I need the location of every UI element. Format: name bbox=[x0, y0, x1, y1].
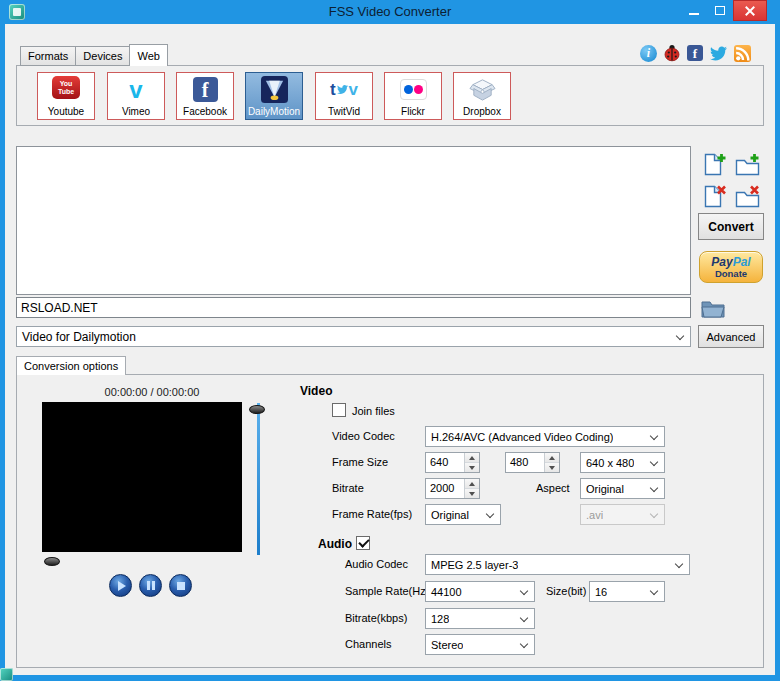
twitter-link-icon[interactable] bbox=[709, 45, 728, 62]
join-files-label: Join files bbox=[352, 405, 395, 417]
sample-rate-select[interactable]: 44100 bbox=[425, 581, 535, 602]
audio-bitrate-select[interactable]: 128 bbox=[425, 608, 535, 629]
chevron-down-icon bbox=[650, 510, 658, 518]
remove-file-button[interactable] bbox=[701, 183, 728, 210]
audio-bitrate-label: Bitrate(kbps) bbox=[345, 612, 407, 624]
close-icon bbox=[744, 5, 756, 17]
frame-rate-label: Frame Rate(fps) bbox=[332, 508, 412, 520]
minimize-button[interactable] bbox=[681, 0, 706, 21]
audio-section-header: Audio bbox=[318, 537, 352, 551]
sample-rate-label: Sample Rate(Hz) bbox=[345, 585, 429, 597]
seek-slider-track[interactable] bbox=[257, 403, 260, 555]
rss-icon[interactable] bbox=[734, 45, 751, 62]
spinner-buttons bbox=[464, 453, 479, 472]
tab-devices[interactable]: Devices bbox=[75, 46, 130, 66]
add-folder-button[interactable] bbox=[734, 151, 761, 178]
spin-up-icon[interactable] bbox=[545, 453, 559, 463]
profile-value: Video for Dailymotion bbox=[17, 330, 136, 344]
browse-output-folder-button[interactable] bbox=[700, 295, 726, 321]
stop-button[interactable] bbox=[169, 574, 192, 597]
service-button-dropbox[interactable]: Dropbox bbox=[453, 72, 511, 120]
seek-slider-knob[interactable] bbox=[249, 405, 265, 414]
frame-size-label: Frame Size bbox=[332, 456, 388, 468]
size-bit-value: 16 bbox=[590, 586, 607, 598]
frame-width-spinner[interactable]: 640 bbox=[425, 452, 480, 473]
window-title: FSS Video Converter bbox=[0, 4, 780, 19]
spin-up-icon[interactable] bbox=[465, 453, 479, 463]
chevron-down-icon bbox=[650, 587, 658, 595]
vimeo-icon: v bbox=[129, 76, 142, 103]
chevron-down-icon bbox=[486, 510, 494, 518]
container-value: .avi bbox=[581, 509, 603, 521]
paypal-logo: PayPal bbox=[711, 256, 750, 268]
spin-down-icon[interactable] bbox=[545, 463, 559, 472]
youtube-icon-text: You bbox=[60, 80, 73, 88]
size-bit-select[interactable]: 16 bbox=[589, 581, 665, 602]
frame-height-spinner[interactable]: 480 bbox=[505, 452, 560, 473]
position-slider-knob[interactable] bbox=[44, 557, 60, 566]
info-icon[interactable]: i bbox=[640, 45, 657, 62]
chevron-down-icon bbox=[520, 614, 528, 622]
profile-select[interactable]: Video for Dailymotion bbox=[16, 326, 691, 347]
tab-conversion-options[interactable]: Conversion options bbox=[16, 356, 126, 375]
service-button-vimeo[interactable]: v Vimeo bbox=[107, 72, 165, 120]
paypal-donate-button[interactable]: PayPal Donate bbox=[699, 251, 763, 283]
titlebar[interactable]: FSS Video Converter bbox=[0, 0, 780, 24]
file-list[interactable] bbox=[16, 146, 691, 295]
ladybug-icon[interactable] bbox=[663, 44, 681, 62]
frame-preset-select[interactable]: 640 x 480 bbox=[580, 452, 665, 473]
video-bitrate-value: 2000 bbox=[426, 479, 464, 498]
frame-height-value: 480 bbox=[506, 453, 544, 472]
facebook-link-icon[interactable]: f bbox=[687, 45, 703, 61]
audio-codec-select[interactable]: MPEG 2.5 layer-3 bbox=[425, 554, 690, 575]
youtube-icon-text: Tube bbox=[58, 88, 74, 96]
advanced-button[interactable]: Advanced bbox=[698, 325, 764, 348]
frame-rate-value: Original bbox=[426, 509, 469, 521]
remove-folder-button[interactable] bbox=[734, 183, 761, 210]
service-label: Flickr bbox=[401, 106, 425, 117]
channels-label: Channels bbox=[345, 638, 391, 650]
tab-formats[interactable]: Formats bbox=[20, 46, 76, 66]
video-codec-select[interactable]: H.264/AVC (Advanced Video Coding) bbox=[425, 426, 665, 447]
video-bitrate-label: Bitrate bbox=[332, 482, 364, 494]
sample-rate-value: 44100 bbox=[426, 586, 462, 598]
service-button-twitvid[interactable]: t v TwitVid bbox=[315, 72, 373, 120]
tab-web[interactable]: Web bbox=[129, 44, 167, 66]
close-button[interactable] bbox=[733, 0, 767, 21]
minimize-icon bbox=[689, 13, 699, 15]
audio-codec-label: Audio Codec bbox=[345, 558, 408, 570]
channels-select[interactable]: Stereo bbox=[425, 634, 535, 655]
category-tabs: Formats Devices Web bbox=[20, 44, 167, 66]
video-section-header: Video bbox=[300, 384, 332, 398]
service-label: TwitVid bbox=[328, 106, 360, 117]
facebook-icon: f bbox=[193, 76, 218, 103]
youtube-icon: You Tube bbox=[52, 76, 80, 99]
convert-button[interactable]: Convert bbox=[698, 213, 764, 240]
video-codec-label: Video Codec bbox=[332, 430, 395, 442]
output-filename-input[interactable] bbox=[16, 297, 691, 318]
spin-up-icon[interactable] bbox=[465, 479, 479, 489]
service-button-youtube[interactable]: You Tube Youtube bbox=[37, 72, 95, 120]
chevron-down-icon bbox=[520, 587, 528, 595]
video-bitrate-spinner[interactable]: 2000 bbox=[425, 478, 480, 499]
play-button[interactable] bbox=[109, 574, 132, 597]
chevron-down-icon bbox=[650, 432, 658, 440]
spinner-buttons bbox=[544, 453, 559, 472]
play-icon bbox=[118, 581, 126, 591]
service-button-flickr[interactable]: Flickr bbox=[384, 72, 442, 120]
frame-rate-select[interactable]: Original bbox=[425, 504, 501, 525]
background-app-icon bbox=[0, 668, 13, 681]
spin-down-icon[interactable] bbox=[465, 489, 479, 498]
service-label: DailyMotion bbox=[248, 106, 300, 117]
join-files-checkbox[interactable] bbox=[332, 403, 346, 417]
pause-button[interactable] bbox=[139, 574, 162, 597]
add-file-button[interactable] bbox=[701, 151, 728, 178]
fss-video-converter-window: FSS Video Converter Formats Devices Web … bbox=[0, 0, 780, 681]
service-button-dailymotion[interactable]: DailyMotion bbox=[245, 72, 303, 120]
aspect-select[interactable]: Original bbox=[580, 478, 665, 499]
audio-enabled-checkbox[interactable] bbox=[356, 536, 370, 550]
maximize-button[interactable] bbox=[707, 0, 732, 21]
spin-down-icon[interactable] bbox=[465, 463, 479, 472]
service-button-facebook[interactable]: f Facebook bbox=[176, 72, 234, 120]
spinner-buttons bbox=[464, 479, 479, 498]
